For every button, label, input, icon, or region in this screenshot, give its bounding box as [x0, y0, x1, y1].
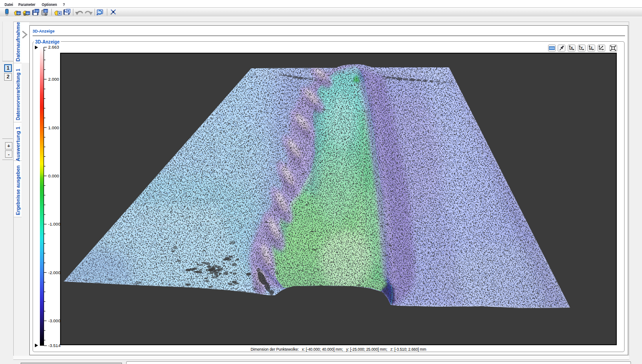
svg-text:1.000: 1.000 [48, 125, 59, 130]
svg-text:0.000: 0.000 [48, 173, 59, 178]
svg-text:Z: Z [590, 46, 592, 50]
svg-text:-3.000: -3.000 [48, 318, 61, 323]
svg-text:2.663: 2.663 [48, 44, 59, 50]
svg-text:Y: Y [581, 46, 583, 50]
svg-text:-3.514: -3.514 [48, 343, 61, 348]
svg-text:-2.000: -2.000 [48, 270, 61, 275]
svg-text:S: S [44, 12, 47, 17]
svg-text:X: X [570, 46, 573, 50]
svg-text:-1.000: -1.000 [48, 221, 61, 226]
svg-text:2.000: 2.000 [48, 77, 59, 82]
